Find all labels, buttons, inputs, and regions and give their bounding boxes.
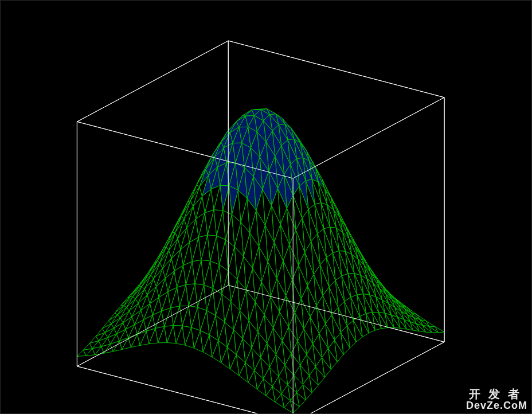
watermark-line2: DevZe.CoM [466,400,527,412]
plot-viewport: 开发者 DevZe.CoM [0,0,532,414]
watermark: 开发者 DevZe.CoM [466,388,527,412]
surface-3d-plot [0,0,532,414]
watermark-line1: 开发者 [466,388,527,400]
